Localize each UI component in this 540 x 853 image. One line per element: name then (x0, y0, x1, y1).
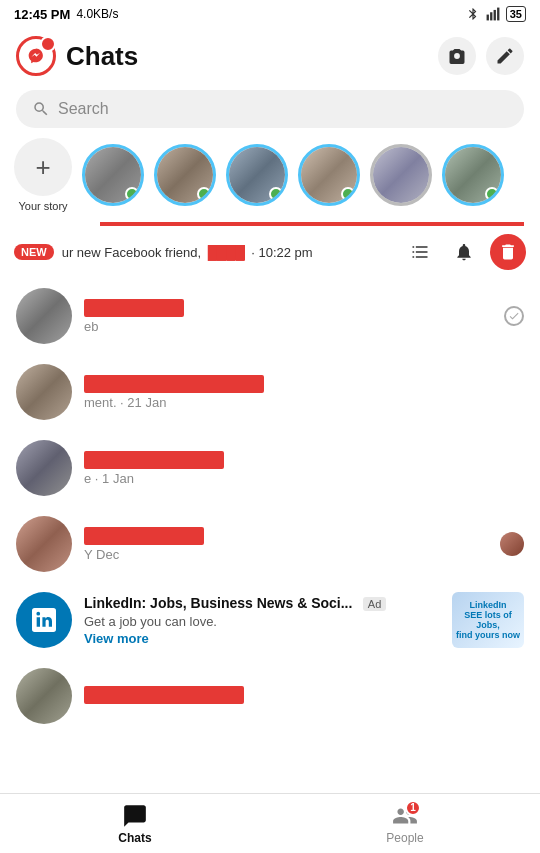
chat-meta-3: e · 1 Jan (84, 471, 524, 486)
chat-name-redacted-5 (84, 686, 244, 704)
chat-small-avatar-4 (500, 532, 524, 556)
ad-title-row: LinkedIn: Jobs, Business News & Soci... … (84, 594, 440, 612)
chat-name-row-2 (84, 375, 524, 393)
search-bar[interactable]: Search (16, 90, 524, 128)
ad-view-more-link[interactable]: View more (84, 631, 440, 646)
notification-text: ur new Facebook friend, ████ · 10:22 pm (62, 245, 313, 260)
chat-avatar-3 (16, 440, 72, 496)
status-left: 12:45 PM 4.0KB/s (14, 7, 118, 22)
chat-meta-1: eb (84, 319, 492, 334)
ad-subtitle: Get a job you can love. (84, 614, 440, 629)
trash-icon (498, 242, 518, 262)
status-right: 35 (466, 6, 526, 22)
svg-rect-0 (486, 15, 488, 21)
status-bar: 12:45 PM 4.0KB/s 35 (0, 0, 540, 28)
chat-read-check-1 (504, 306, 524, 326)
chat-item-1[interactable]: eb (0, 278, 540, 354)
chat-info-5 (84, 686, 524, 706)
notification-left: NEW ur new Facebook friend, ████ · 10:22… (14, 244, 313, 260)
chat-avatar-2 (16, 364, 72, 420)
ad-title: LinkedIn: Jobs, Business News & Soci... (84, 595, 352, 611)
camera-icon (447, 46, 467, 66)
notification-icons (402, 234, 526, 270)
chat-item-2[interactable]: ment. · 21 Jan (0, 354, 540, 430)
linkedin-ad[interactable]: LinkedIn: Jobs, Business News & Soci... … (0, 582, 540, 658)
filter-button[interactable] (402, 234, 438, 270)
edit-button[interactable] (486, 37, 524, 75)
notification-row: NEW ur new Facebook friend, ████ · 10:22… (0, 226, 540, 278)
story-item-3[interactable] (226, 144, 288, 206)
add-story-label: Your story (18, 200, 67, 212)
chat-name-row-4 (84, 527, 488, 545)
svg-rect-1 (490, 12, 492, 20)
chat-item-3[interactable]: e · 1 Jan (0, 430, 540, 506)
top-bar-icons (438, 37, 524, 75)
linkedin-logo (28, 604, 60, 636)
messenger-logo[interactable] (16, 36, 56, 76)
bell-icon (454, 242, 474, 262)
add-story-circle: + (14, 138, 72, 196)
chat-avatar-5 (16, 668, 72, 724)
edit-icon (495, 46, 515, 66)
chat-name-row-5 (84, 686, 524, 704)
story-online-dot-2 (197, 187, 211, 201)
ad-badge: Ad (363, 597, 386, 611)
avatar-image-2 (16, 364, 72, 420)
top-bar: Chats (0, 28, 540, 86)
delete-button[interactable] (490, 234, 526, 270)
story-online-dot-3 (269, 187, 283, 201)
chat-info-2: ment. · 21 Jan (84, 375, 524, 410)
svg-rect-2 (493, 10, 495, 21)
chat-bubble-icon (122, 803, 148, 829)
chat-meta-4: Y Dec (84, 547, 488, 562)
story-item-1[interactable] (82, 144, 144, 206)
story-online-dot-1 (125, 187, 139, 201)
search-placeholder: Search (58, 100, 109, 118)
new-badge: NEW (14, 244, 54, 260)
bluetooth-icon (466, 7, 480, 21)
top-bar-left: Chats (16, 36, 138, 76)
chat-item-5[interactable] (0, 658, 540, 734)
nav-item-people[interactable]: 1 People (270, 794, 540, 853)
add-story-button[interactable]: + Your story (14, 138, 72, 212)
bottom-nav: Chats 1 People (0, 793, 540, 853)
story-online-dot-6 (485, 187, 499, 201)
stories-row: + Your story (0, 138, 540, 216)
chat-list: eb ment. · 21 Jan e · 1 Jan (0, 278, 540, 734)
status-network: 4.0KB/s (76, 7, 118, 21)
story-online-dot-4 (341, 187, 355, 201)
people-nav-icon: 1 (392, 803, 418, 829)
chat-name-redacted-2 (84, 375, 264, 393)
story-item-6[interactable] (442, 144, 504, 206)
chat-info-3: e · 1 Jan (84, 451, 524, 486)
notification-name-redacted: ████ (208, 245, 245, 260)
chats-nav-label: Chats (118, 831, 151, 845)
nav-item-chats[interactable]: Chats (0, 794, 270, 853)
story-avatar-5 (373, 147, 429, 203)
page-title: Chats (66, 41, 138, 72)
bell-button[interactable] (446, 234, 482, 270)
avatar-image-3 (16, 440, 72, 496)
chat-name-row-1 (84, 299, 492, 317)
messenger-logo-icon (25, 45, 47, 67)
filter-icon (410, 242, 430, 262)
linkedin-icon (16, 592, 72, 648)
story-item-5[interactable] (370, 144, 432, 206)
battery-indicator: 35 (506, 6, 526, 22)
story-item-4[interactable] (298, 144, 360, 206)
avatar-image-5 (16, 668, 72, 724)
camera-button[interactable] (438, 37, 476, 75)
search-icon (32, 100, 50, 118)
signal-icon (485, 7, 501, 21)
avatar-image-1 (16, 288, 72, 344)
chat-item-4[interactable]: Y Dec (0, 506, 540, 582)
status-time: 12:45 PM (14, 7, 70, 22)
story-item-2[interactable] (154, 144, 216, 206)
people-badge-count: 1 (405, 800, 421, 816)
chat-name-redacted-4 (84, 527, 204, 545)
chats-nav-icon (122, 803, 148, 829)
people-nav-label: People (386, 831, 423, 845)
chat-avatar-1 (16, 288, 72, 344)
ad-info: LinkedIn: Jobs, Business News & Soci... … (84, 594, 440, 646)
svg-rect-3 (497, 8, 499, 21)
